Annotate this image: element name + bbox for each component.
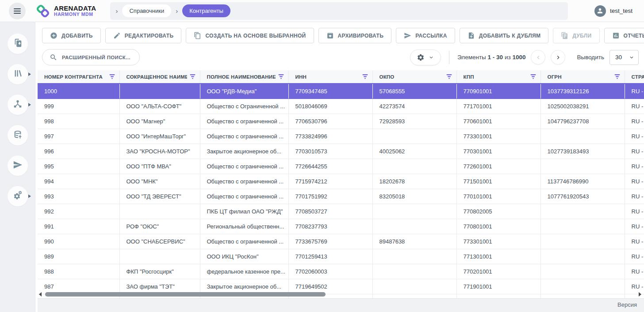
column-header[interactable]: СОКРАЩЕННОЕ НАИМЕН...: [119, 70, 200, 84]
column-header[interactable]: СТРАНА: [625, 70, 644, 84]
filter-icon[interactable]: [190, 74, 196, 79]
edit-button[interactable]: РЕДАКТИРОВАТЬ: [105, 28, 182, 43]
brand-logo: ARENADATA HARMONY MDM: [35, 4, 96, 19]
table-row[interactable]: 995ООО "ПТФ МВА"Общество с ограниченной …: [38, 159, 644, 174]
breadcrumb-item[interactable]: Контрагенты: [182, 4, 230, 17]
table-cell: 989: [38, 249, 119, 264]
scroll-left-arrow-icon[interactable]: [39, 292, 42, 297]
sidebar-item-data-load-button[interactable]: [8, 125, 28, 145]
reports-button[interactable]: ОТЧЕТЫ: [604, 28, 644, 43]
table-cell: 1137746786990: [540, 174, 625, 189]
column-header[interactable]: НОМЕР КОНТРАГЕНТА: [38, 70, 119, 84]
table-cell: 1037739312126: [540, 84, 625, 99]
brand-name: ARENADATA: [54, 5, 96, 12]
sidebar: [0, 22, 35, 312]
table-cell: 999: [38, 99, 119, 114]
filter-icon[interactable]: [530, 74, 536, 79]
table-cell: ООО "АЛЬТА-СОФТ": [119, 99, 200, 114]
send-icon: [13, 160, 23, 171]
filter-icon[interactable]: [614, 74, 620, 79]
filter-icon[interactable]: [109, 74, 115, 79]
table-row[interactable]: 996ЗАО "КРОСНА-МОТОР"Закрытое акционерно…: [38, 144, 644, 159]
menu-button[interactable]: [9, 3, 26, 19]
horizontal-scrollbar[interactable]: [39, 292, 641, 297]
table-cell: ООО ИКЦ "РосКон": [200, 249, 288, 264]
advanced-search-button[interactable]: РАСШИРЕННЫЙ ПОИСК...: [42, 49, 140, 65]
table-cell: ООО "ТД ЭВЕРЕСТ": [119, 189, 200, 204]
documents-icon: [561, 32, 568, 39]
table-row[interactable]: 1000ООО "РДВ-Медиа"770934748557068555770…: [38, 84, 644, 99]
user-menu[interactable]: test_test: [594, 5, 632, 17]
table-row[interactable]: 997ООО "ИнтерМашТорг"Общество с ограниче…: [38, 129, 644, 144]
sidebar-item-catalogs-button[interactable]: [8, 64, 28, 84]
duplicates-button[interactable]: ДУБЛИ: [553, 28, 599, 43]
table-settings-button[interactable]: [410, 49, 441, 65]
hierarchy-icon: [13, 99, 23, 110]
next-page-button[interactable]: [551, 50, 565, 65]
sidebar-item-settings[interactable]: [0, 186, 35, 206]
edit-button-label: РЕДАКТИРОВАТЬ: [125, 33, 174, 39]
filter-icon[interactable]: [446, 74, 452, 79]
scrollbar-track[interactable]: [45, 292, 635, 297]
table-row[interactable]: 998ООО "Магнер"Общество с ограниченной .…: [38, 114, 644, 129]
breadcrumb-chevron-icon: ›: [115, 8, 119, 14]
table-cell: 89487638: [372, 234, 456, 249]
table-row[interactable]: 999ООО "АЛЬТА-СОФТ"Общество с Ограниченн…: [38, 99, 644, 114]
prev-page-button[interactable]: [531, 50, 545, 65]
table-row[interactable]: 992ПКБ ЦТ филиал ОАО "РЖД"77085037277708…: [38, 204, 644, 219]
column-label: ПОЛНОЕ НАИМЕНОВАНИЕ: [207, 74, 276, 80]
table-cell: Общество с Ограниченной ...: [200, 99, 288, 114]
column-label: ОКПО: [380, 74, 395, 80]
table-cell: 773301001: [456, 129, 540, 144]
column-header[interactable]: ПОЛНОЕ НАИМЕНОВАНИЕ: [200, 70, 288, 84]
table-row[interactable]: 991РОФ "ОЮС"Региональный общественн...77…: [38, 219, 644, 234]
page-size-select[interactable]: 30: [610, 50, 639, 65]
column-header[interactable]: ОГРН: [540, 70, 625, 84]
table-row[interactable]: 988ФКП "Росгосцирк"федеральное казенное …: [38, 264, 644, 279]
filter-icon[interactable]: [362, 74, 368, 79]
page-size-label: Выводить: [577, 54, 604, 61]
table-cell: 7733824996: [288, 129, 372, 144]
column-header[interactable]: ИНН: [288, 70, 372, 84]
create-from-selected-button-label: СОЗДАТЬ НА ОСНОВЕ ВЫБРАННОЙ: [205, 33, 306, 39]
sidebar-item-data-load[interactable]: [0, 125, 35, 145]
column-header[interactable]: ОКПО: [372, 70, 456, 84]
table-cell: 7708237793: [288, 219, 372, 234]
create-from-selected-button[interactable]: СОЗДАТЬ НА ОСНОВЕ ВЫБРАННОЙ: [186, 28, 314, 43]
table-cell: 994: [38, 174, 119, 189]
expand-arrow-icon[interactable]: [28, 103, 31, 107]
sidebar-item-hierarchies[interactable]: [0, 95, 35, 115]
mailing-button[interactable]: РАССЫЛКА: [396, 28, 455, 43]
reports-button-label: ОТЧЕТЫ: [624, 33, 644, 39]
table-cell: 770101001: [456, 189, 540, 204]
table-cell: 771701001: [456, 99, 540, 114]
sidebar-item-catalogs[interactable]: [0, 64, 35, 84]
scroll-right-arrow-icon[interactable]: [639, 292, 641, 297]
add-to-duplicates-button[interactable]: ДОБАВИТЬ К ДУБЛЯМ: [460, 28, 548, 43]
gear-icon: [417, 53, 425, 61]
report-icon: [612, 32, 620, 39]
archive-icon: [326, 32, 334, 39]
table-row[interactable]: 993ООО "ТД ЭВЕРЕСТ"Общество с ограниченн…: [38, 189, 644, 204]
breadcrumb-item[interactable]: Справочники: [122, 4, 171, 17]
sidebar-item-settings-button[interactable]: [8, 186, 28, 206]
filter-icon[interactable]: [278, 74, 284, 79]
table-row[interactable]: 990ООО "СНАБСЕРВИС"Общество с ограниченн…: [38, 234, 644, 249]
table-row[interactable]: 989ООО ИКЦ "РосКон"7701259413771301001RU…: [38, 249, 644, 264]
sidebar-item-import-export[interactable]: [0, 34, 35, 54]
sidebar-item-distribution[interactable]: [0, 156, 35, 176]
archive-button[interactable]: АРХИВИРОВАТЬ: [318, 28, 392, 43]
expand-arrow-icon[interactable]: [28, 194, 31, 198]
mailing-button-label: РАССЫЛКА: [415, 33, 447, 39]
sidebar-item-hierarchies-button[interactable]: [8, 95, 28, 115]
add-button[interactable]: ДОБАВИТЬ: [42, 28, 101, 43]
column-header[interactable]: КПП: [456, 70, 540, 84]
sidebar-item-import-export-button[interactable]: [8, 34, 28, 54]
table-cell: ФКП "Росгосцирк": [119, 264, 200, 279]
expand-arrow-icon[interactable]: [28, 72, 31, 76]
plus-circle-icon: [50, 32, 58, 39]
table-cell: ООО "РДВ-Медиа": [200, 84, 288, 99]
table-row[interactable]: 994ООО "МНК"Общество с ограниченной ...7…: [38, 174, 644, 189]
scrollbar-thumb[interactable]: [45, 292, 326, 297]
sidebar-item-distribution-button[interactable]: [8, 156, 28, 176]
